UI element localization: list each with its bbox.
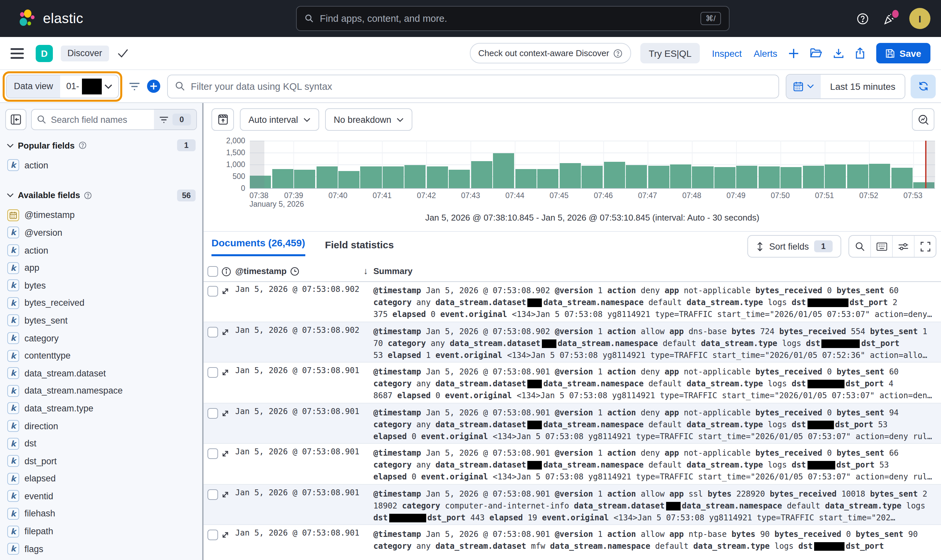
fullscreen-button[interactable]	[914, 236, 936, 257]
row-checkbox[interactable]	[207, 326, 218, 337]
column-summary[interactable]: Summary	[373, 266, 413, 276]
breadcrumb-label: Discover	[67, 48, 102, 58]
display-options-button[interactable]	[892, 236, 914, 257]
expand-icon[interactable]	[221, 531, 229, 539]
breakdown-select[interactable]: No breakdown	[325, 108, 412, 131]
grid-search-button[interactable]	[849, 236, 870, 257]
field-item-direction[interactable]: kdirection	[5, 417, 197, 435]
elastic-logo[interactable]: elastic	[17, 9, 83, 28]
available-fields-list: @timestampk@versionkactionkappkbyteskbyt…	[5, 206, 197, 558]
field-item-bytes[interactable]: kbytes	[5, 277, 197, 294]
field-item-@timestamp[interactable]: @timestamp	[5, 206, 197, 224]
sort-fields-button[interactable]: Sort fields 1	[747, 235, 841, 257]
field-item-filehash[interactable]: kfilehash	[5, 505, 197, 522]
user-avatar[interactable]: I	[909, 8, 930, 29]
field-item-flags[interactable]: kflags	[5, 540, 197, 558]
hide-chart-button[interactable]	[211, 108, 234, 131]
redacted-value	[389, 514, 426, 522]
field-item-bytes_received[interactable]: kbytes_received	[5, 294, 197, 312]
column-timestamp[interactable]: @timestamp	[235, 266, 299, 276]
add-filter-icon[interactable]	[147, 79, 160, 93]
share-icon[interactable]	[855, 48, 865, 59]
available-fields-section[interactable]: Available fields 56	[7, 189, 196, 202]
row-checkbox[interactable]	[207, 408, 218, 418]
tab-field-statistics[interactable]: Field statistics	[325, 239, 393, 256]
row-summary: @timestamp Jan 5, 2026 @ 07:53:08.901 @v…	[373, 528, 939, 560]
collapse-sidebar-button[interactable]	[5, 109, 26, 130]
field-search-input[interactable]: Search field names 0	[31, 109, 197, 130]
field-item-action[interactable]: kaction	[5, 157, 197, 174]
field-item-contenttype[interactable]: kcontenttype	[5, 347, 197, 365]
info-circle-icon[interactable]	[221, 267, 231, 277]
search-icon	[175, 81, 185, 91]
row-checkbox[interactable]	[207, 448, 218, 459]
sort-fields-count: 1	[814, 240, 833, 252]
field-item-@version[interactable]: k@version	[5, 224, 197, 242]
field-item-data_stream.namespace[interactable]: kdata_stream.namespace	[5, 382, 197, 400]
expand-icon[interactable]	[221, 450, 229, 458]
help-icon[interactable]	[856, 12, 869, 25]
gridline	[250, 140, 935, 141]
tab-documents[interactable]: Documents (26,459)	[211, 237, 305, 256]
sidebar-resize-handle[interactable]	[202, 103, 204, 560]
whats-new-button[interactable]	[882, 12, 896, 25]
hide-chart-icon	[218, 114, 228, 125]
row-checkbox[interactable]	[207, 286, 218, 297]
refresh-icon	[918, 81, 929, 92]
interval-select[interactable]: Auto interval	[240, 108, 319, 131]
data-view-picker[interactable]: Data view 01-	[6, 74, 119, 98]
time-picker: Last 15 minutes	[786, 74, 906, 99]
histogram-plot[interactable]	[250, 140, 935, 188]
field-item-category[interactable]: kcategory	[5, 329, 197, 347]
expand-icon[interactable]	[221, 409, 229, 417]
field-item-dst[interactable]: kdst	[5, 435, 197, 452]
saved-query-filter-icon[interactable]	[129, 82, 140, 91]
available-fields-count: 56	[177, 189, 196, 201]
histogram-bar-07:44:00	[515, 169, 536, 188]
save-button[interactable]: Save	[876, 43, 930, 63]
time-range-value[interactable]: Last 15 minutes	[821, 74, 905, 98]
field-item-app[interactable]: kapp	[5, 259, 197, 277]
alerts-button[interactable]: Alerts	[754, 48, 777, 58]
field-item-bytes_sent[interactable]: kbytes_sent	[5, 312, 197, 329]
menu-icon[interactable]	[11, 48, 24, 58]
download-icon[interactable]	[834, 48, 844, 58]
try-esql-button[interactable]: Try ES|QL	[640, 43, 700, 63]
breakdown-label: No breakdown	[334, 115, 391, 125]
row-timestamp: Jan 5, 2026 @ 07:53:08.901	[235, 447, 359, 456]
popular-fields-section[interactable]: Popular fields 1	[7, 139, 196, 152]
row-checkbox[interactable]	[207, 367, 218, 378]
expand-icon[interactable]	[221, 490, 229, 498]
select-all-checkbox[interactable]	[207, 266, 218, 277]
field-item-elapsed[interactable]: kelapsed	[5, 470, 197, 488]
field-filter-icon	[159, 116, 168, 123]
field-item-dst_port[interactable]: kdst_port	[5, 452, 197, 470]
expand-icon[interactable]	[221, 328, 229, 336]
time-picker-quick-menu[interactable]	[786, 74, 821, 98]
inspect-button[interactable]: Inspect	[712, 48, 742, 58]
expand-icon[interactable]	[221, 287, 229, 295]
field-item-action[interactable]: kaction	[5, 242, 197, 259]
refresh-button[interactable]	[911, 74, 936, 98]
field-item-data_stream.dataset[interactable]: kdata_stream.dataset	[5, 365, 197, 382]
saved-check-icon[interactable]	[117, 49, 128, 57]
expand-icon[interactable]	[221, 368, 229, 377]
context-aware-discover-pill[interactable]: Check out context-aware Discover	[470, 43, 631, 63]
field-item-data_stream.type[interactable]: kdata_stream.type	[5, 400, 197, 417]
y-tick-label: 500	[204, 172, 245, 180]
field-filter-suffix[interactable]: 0	[154, 109, 196, 129]
sort-desc-icon[interactable]: ↓	[363, 266, 368, 276]
open-folder-icon[interactable]	[810, 48, 822, 58]
new-session-icon[interactable]	[789, 48, 799, 58]
row-checkbox[interactable]	[207, 489, 218, 500]
breadcrumb[interactable]: Discover	[61, 45, 109, 61]
field-item-filepath[interactable]: kfilepath	[5, 523, 197, 540]
kql-filter-input[interactable]: Filter your data using KQL syntax	[167, 74, 779, 98]
global-search-input[interactable]: Find apps, content, and more. ⌘/	[296, 6, 730, 31]
row-checkbox[interactable]	[207, 530, 218, 540]
redacted-value	[807, 298, 848, 307]
edit-visualization-button[interactable]	[912, 108, 934, 131]
keyboard-shortcuts-button[interactable]	[870, 236, 892, 257]
histogram-bar-07:38:30	[272, 169, 293, 188]
field-item-eventid[interactable]: keventid	[5, 488, 197, 505]
